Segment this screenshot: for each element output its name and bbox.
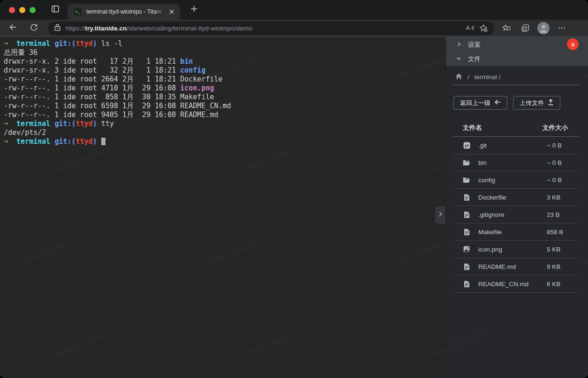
upload-label: 上传文件: [520, 99, 544, 107]
file-row[interactable]: README_CN.md6 KB: [453, 275, 579, 293]
home-icon[interactable]: [455, 73, 462, 81]
file-size: ~ 0 B: [543, 159, 579, 166]
url-host: try.titanide.cn: [85, 25, 127, 32]
plus-icon: [190, 5, 198, 15]
back-button[interactable]: [6, 22, 21, 35]
file-row[interactable]: icon.png5 KB: [453, 241, 579, 258]
svg-text:git: git: [465, 144, 469, 148]
file-icon: [463, 229, 470, 236]
url-text: https://try.titanide.cn/ide/web/coding/t…: [66, 25, 462, 32]
new-tab-button[interactable]: [188, 3, 201, 16]
file-name: bin: [478, 159, 487, 166]
address-bar[interactable]: https://try.titanide.cn/ide/web/coding/t…: [48, 22, 494, 35]
sidebar-collapse-handle[interactable]: [435, 206, 445, 224]
file-table: 文件名 文件大小 git.git~ 0 Bbin~ 0 Bconfig~ 0 B…: [453, 121, 579, 293]
chevron-right-icon: [437, 211, 443, 219]
file-row[interactable]: bin~ 0 B: [453, 154, 579, 171]
vertical-tabs-icon: [50, 4, 60, 16]
file-icon: [463, 263, 470, 270]
file-table-header: 文件名 文件大小: [453, 121, 579, 137]
folder-icon: [463, 177, 470, 183]
close-window-button[interactable]: [9, 7, 15, 13]
add-favorite-button[interactable]: [476, 22, 490, 34]
tab-close-icon[interactable]: [166, 7, 177, 17]
terminal-line: -rw-r--r--. 1 ide root 6598 1月 29 16:08 …: [4, 102, 445, 111]
go-up-button[interactable]: 返回上一级: [453, 96, 507, 110]
file-name: icon.png: [478, 246, 502, 253]
terminal-line: ➜ terminal git:(ttyd) ls -l: [4, 39, 445, 48]
terminal-favicon-icon: >_: [74, 8, 82, 16]
terminal-line: /dev/pts/2: [4, 128, 445, 137]
terminal-line: -rw-r--r--. 1 ide root 4710 1月 29 16:08 …: [4, 84, 445, 93]
refresh-icon: [30, 23, 38, 34]
url-path: /ide/web/coding/terminal-ttyd-wlotnipo/d…: [127, 25, 252, 32]
file-size: 9 KB: [543, 263, 579, 270]
section-files[interactable]: 文件: [446, 52, 588, 66]
file-row[interactable]: Makefile858 B: [453, 223, 579, 241]
image-icon: [463, 246, 470, 252]
file-size: 6 KB: [543, 281, 579, 288]
file-row[interactable]: Dockerfile3 KB: [453, 189, 579, 206]
chevron-down-icon: [456, 55, 462, 63]
file-name: .gitignore: [478, 211, 505, 218]
file-name: config: [478, 177, 495, 184]
terminal-line: -rw-r--r--. 1 ide root 858 1月 30 18:35 M…: [4, 93, 445, 102]
terminal-line: -rw-r--r--. 1 ide root 9405 1月 29 16:08 …: [4, 111, 445, 119]
file-icon: [463, 281, 470, 288]
folder-icon: [463, 160, 470, 166]
file-size: 858 B: [543, 229, 579, 236]
size-column-header: 文件大小: [543, 124, 579, 132]
file-rows: git.git~ 0 Bbin~ 0 Bconfig~ 0 BDockerfil…: [453, 137, 579, 293]
file-name: README.md: [478, 263, 516, 270]
file-size: 5 KB: [543, 246, 579, 253]
file-icon: [463, 211, 470, 218]
file-row[interactable]: config~ 0 B: [453, 171, 579, 189]
file-size: ~ 0 B: [543, 177, 579, 184]
browser-tab[interactable]: >_ terminal-ttyd-wlotnipo - TitanI: [68, 4, 180, 20]
name-column-header: 文件名: [463, 124, 482, 132]
terminal-cursor: [101, 138, 106, 145]
file-row[interactable]: README.md9 KB: [453, 258, 579, 275]
favorites-button[interactable]: [500, 22, 513, 35]
breadcrumb-separator: /: [467, 74, 469, 81]
profile-avatar-button[interactable]: [537, 22, 550, 34]
upload-icon: [548, 99, 554, 107]
terminal-line: drwxr-sr-x. 3 ide root 32 2月 1 18:21 con…: [4, 66, 445, 75]
browser-window: >_ terminal-ttyd-wlotnipo - TitanI: [0, 0, 588, 378]
file-size: 3 KB: [543, 194, 579, 201]
file-name: Dockerfile: [478, 194, 506, 201]
terminal-line: -rw-r--r--. 1 ide root 2664 2月 1 18:21 D…: [4, 75, 445, 84]
user-badge[interactable]: a: [567, 38, 579, 50]
file-actions: 返回上一级 上传文件: [453, 96, 579, 110]
terminal-line: drwxr-sr-x. 2 ide root 17 2月 1 18:21 bin: [4, 57, 445, 66]
zoom-window-button[interactable]: [30, 7, 36, 13]
minimize-window-button[interactable]: [19, 7, 25, 13]
file-name: Makefile: [478, 229, 502, 236]
refresh-button[interactable]: [26, 22, 41, 35]
breadcrumb[interactable]: / terminal /: [455, 72, 579, 82]
breadcrumb-current: terminal /: [475, 74, 501, 81]
browser-toolbar: https://try.titanide.cn/ide/web/coding/t…: [0, 20, 588, 37]
toolbar-right-actions: [500, 22, 568, 35]
git-icon: git: [463, 142, 470, 149]
read-aloud-button[interactable]: A: [462, 22, 476, 34]
more-menu-button[interactable]: [555, 22, 568, 35]
tab-actions-button[interactable]: [49, 3, 62, 16]
go-up-label: 返回上一级: [460, 99, 490, 107]
lock-icon[interactable]: [54, 23, 61, 33]
url-scheme: https://: [66, 25, 85, 32]
file-size: ~ 0 B: [543, 142, 579, 149]
files-section-label: 文件: [468, 55, 481, 63]
file-size: 23 B: [543, 211, 579, 218]
breadcrumb-divider: [453, 85, 579, 85]
terminal-line: ➜ terminal git:(ttyd): [4, 137, 445, 146]
sidebar: 设置 文件 a / terminal /: [445, 37, 588, 378]
file-row[interactable]: git.git~ 0 B: [453, 137, 579, 154]
back-arrow-icon: [8, 22, 18, 34]
file-row[interactable]: .gitignore23 B: [453, 206, 579, 223]
upload-file-button[interactable]: 上传文件: [513, 96, 560, 110]
collections-button[interactable]: [519, 22, 532, 35]
chevron-right-icon: [456, 41, 462, 49]
terminal[interactable]: ➜ terminal git:(ttyd) ls -l总用量 36drwxr-s…: [0, 37, 445, 378]
sidebar-header: 设置 文件 a: [446, 37, 588, 66]
